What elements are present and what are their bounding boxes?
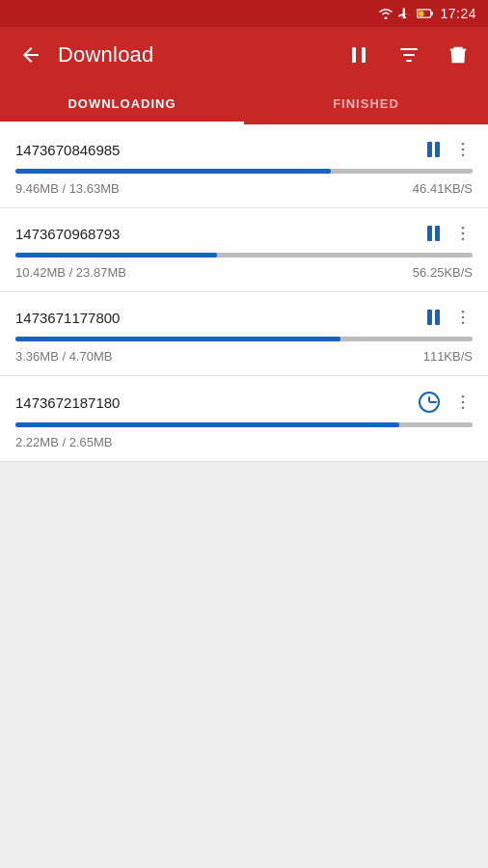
download-item-actions (427, 224, 473, 243)
download-speed: 56.25KB/S (413, 265, 473, 280)
svg-rect-5 (362, 47, 366, 63)
download-item-header: 1473672187180 (15, 392, 473, 413)
airplane-icon (398, 7, 412, 20)
pause-button[interactable] (427, 226, 440, 241)
download-item: 1473670846985 (0, 124, 488, 208)
progress-fill (15, 422, 399, 427)
download-item-header: 1473670968793 (15, 224, 473, 243)
status-icons: ⚡ (378, 7, 434, 20)
download-speed: 46.41KB/S (413, 181, 473, 196)
download-filename: 1473671177800 (15, 310, 120, 326)
back-button[interactable] (15, 40, 46, 70)
svg-rect-1 (432, 12, 434, 15)
svg-point-13 (462, 232, 465, 235)
pause-all-button[interactable] (343, 40, 374, 70)
svg-point-19 (462, 401, 465, 404)
wifi-icon (378, 8, 393, 19)
download-item-header: 1473671177800 (15, 308, 473, 327)
download-item-actions (427, 308, 473, 327)
download-filename: 1473672187180 (15, 394, 120, 411)
download-size: 3.36MB / 4.70MB (15, 349, 112, 364)
download-info: 2.22MB / 2.65MB (15, 435, 473, 449)
more-options-button[interactable] (453, 308, 473, 327)
tabs: DOWNLOADING FINISHED (0, 83, 488, 124)
svg-point-18 (462, 395, 465, 398)
download-size: 9.46MB / 13.63MB (15, 181, 120, 196)
more-options-button[interactable] (453, 393, 473, 412)
pause-bar-left (427, 226, 432, 241)
svg-rect-8 (406, 60, 412, 62)
progress-track (15, 422, 473, 427)
toolbar: Download (0, 27, 488, 83)
svg-point-12 (462, 227, 465, 230)
status-time: 17:24 (440, 6, 476, 21)
download-size: 2.22MB / 2.65MB (15, 435, 112, 449)
tab-finished[interactable]: FINISHED (244, 83, 488, 124)
status-bar: ⚡ 17:24 (0, 0, 488, 27)
download-item-header: 1473670846985 (15, 140, 473, 159)
download-info: 3.36MB / 4.70MB 111KB/S (15, 349, 473, 364)
toolbar-actions (343, 40, 473, 70)
svg-rect-4 (352, 47, 356, 63)
progress-fill (15, 169, 331, 174)
clock-minute-hand (429, 401, 437, 403)
download-info: 10.42MB / 23.87MB 56.25KB/S (15, 265, 473, 280)
pending-clock-icon[interactable] (419, 392, 440, 413)
progress-track (15, 169, 473, 174)
download-speed: 111KB/S (423, 349, 473, 364)
svg-rect-7 (403, 54, 415, 56)
download-size: 10.42MB / 23.87MB (15, 265, 126, 280)
battery-icon: ⚡ (417, 8, 434, 19)
download-filename: 1473670968793 (15, 226, 120, 242)
empty-area (0, 462, 488, 636)
progress-fill (15, 253, 217, 258)
svg-rect-6 (400, 48, 418, 50)
pause-button[interactable] (427, 142, 440, 157)
download-item: 1473670968793 (0, 208, 488, 292)
download-filename: 1473670846985 (15, 142, 120, 158)
filter-button[interactable] (393, 40, 424, 70)
download-info: 9.46MB / 13.63MB 46.41KB/S (15, 181, 473, 196)
pause-bar-right (435, 226, 440, 241)
pause-button[interactable] (427, 310, 440, 325)
download-item: 1473672187180 (0, 376, 488, 462)
progress-fill (15, 337, 340, 341)
svg-point-14 (462, 238, 465, 241)
pause-bar-right (435, 142, 440, 157)
download-item-actions (427, 140, 473, 159)
tab-downloading[interactable]: DOWNLOADING (0, 83, 244, 124)
toolbar-title: Download (58, 42, 332, 68)
svg-point-10 (462, 149, 465, 151)
delete-button[interactable] (444, 40, 473, 70)
more-options-button[interactable] (453, 224, 473, 243)
pause-bar-left (427, 142, 432, 157)
svg-point-15 (462, 311, 465, 313)
progress-track (15, 253, 473, 258)
svg-point-9 (462, 143, 465, 146)
more-options-button[interactable] (453, 140, 473, 159)
svg-point-16 (462, 316, 465, 319)
download-list: 1473670846985 (0, 124, 488, 462)
pause-bar-right (435, 310, 440, 325)
download-item: 1473671177800 (0, 292, 488, 376)
svg-point-11 (462, 154, 465, 157)
svg-text:⚡: ⚡ (420, 11, 427, 18)
progress-track (15, 337, 473, 341)
pause-bar-left (427, 310, 432, 325)
svg-point-20 (462, 407, 465, 410)
download-item-actions (419, 392, 473, 413)
svg-point-17 (462, 322, 465, 325)
